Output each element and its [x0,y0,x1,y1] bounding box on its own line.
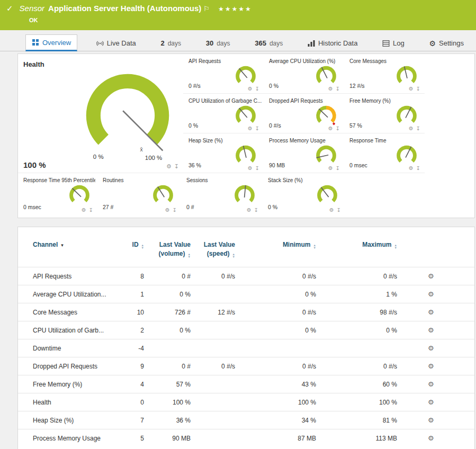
col-header-actions [397,241,474,267]
cell-last-value-speed [191,339,235,357]
tab-log[interactable]: Log [376,35,410,51]
flag-icon[interactable]: ⚐ [203,5,210,13]
gauge-pin-icon[interactable]: ↧ [336,165,340,171]
gauge-settings-icon[interactable]: ⚙ [248,165,253,171]
channel-settings-icon[interactable]: ⚙ [428,308,434,316]
cell-id: 10 [112,303,144,321]
gauge-value: 27 # [103,204,113,210]
gauge-settings-icon[interactable]: ⚙ [328,125,333,131]
cell-maximum: 113 MB [316,429,397,447]
log-icon [382,40,390,47]
cell-id: 1 [112,285,144,303]
gauge-pin-icon[interactable]: ↧ [336,86,340,92]
channel-settings-icon[interactable]: ⚙ [428,398,434,406]
gauge-pin-icon[interactable]: ↧ [337,207,341,213]
gauge-pin-icon[interactable]: ↧ [416,86,420,92]
cell-maximum: 81 % [316,411,397,429]
tab-label: days [168,40,181,47]
col-header-maximum[interactable]: Maximum▲▼ [316,241,397,267]
gauge-cell-process-memory: Process Memory Usage 90 MB ⚙↧ [264,133,344,173]
gauge-pin-icon[interactable]: ↧ [174,163,179,170]
table-row: Process Memory Usage 5 90 MB 87 MB 113 M… [18,429,474,447]
cell-last-value-speed [191,429,235,447]
gauge-settings-icon[interactable]: ⚙ [409,86,414,92]
gauge-cell-stack-size: Stack Size (%) 0 % ⚙↧ [263,173,345,214]
gauge-pin-icon[interactable]: ↧ [89,207,93,213]
gauge-settings-icon[interactable]: ⚙ [409,165,414,171]
gauge-pin-icon[interactable]: ↧ [336,125,340,131]
tab-number: 365 [255,39,266,47]
cell-last-value-volume: 57 % [144,375,191,393]
small-gauges-row2: Response Time 95th Percentile 0 msec ⚙↧ … [18,173,474,214]
cell-id: 0 [112,393,144,411]
gauge-settings-icon[interactable]: ⚙ [166,163,172,170]
channel-settings-icon[interactable]: ⚙ [428,326,434,334]
error-limit-marker [333,122,335,125]
cell-last-value-speed [191,285,235,303]
cell-channel-name: Average CPU Utilization... [18,285,112,303]
gauge-value: 0 % [268,204,277,210]
gauge-settings-icon[interactable]: ⚙ [165,207,170,213]
gauge-dial [233,102,258,128]
col-header-last-value-volume[interactable]: Last Value(volume)▲▼ [144,241,191,267]
gauge-pin-icon[interactable]: ↧ [255,165,259,171]
cell-maximum: 100 % [316,393,397,411]
channel-table-panel: Channel▾ ID▲▼ Last Value(volume)▲▼ Last … [17,227,475,449]
gauge-value: 12 #/s [349,83,365,89]
channel-settings-icon[interactable]: ⚙ [428,380,434,388]
gauge-settings-icon[interactable]: ⚙ [329,207,334,213]
cell-last-value-volume [144,339,191,357]
cell-maximum: 98 #/s [316,303,397,321]
tab-2-days[interactable]: 2 days [155,35,187,51]
channel-settings-icon[interactable]: ⚙ [428,344,434,352]
tab-30-days[interactable]: 30 days [200,35,236,51]
tab-label: Historic Data [318,39,357,47]
gauge-pin-icon[interactable]: ↧ [416,125,420,131]
gauge-settings-icon[interactable]: ⚙ [248,86,253,92]
tab-historic-data[interactable]: Historic Data [302,35,363,51]
gauge-pin-icon[interactable]: ↧ [255,125,259,131]
gauge-cell-response-time: Response Time 0 msec ⚙↧ [344,133,425,173]
gauge-settings-icon[interactable]: ⚙ [82,207,86,213]
gauge-cell-dropped-api-requests: Dropped API Requests 0 #/s ⚙↧ [264,94,344,133]
tab-settings[interactable]: ⚙ Settings [423,35,470,51]
gauge-pin-icon[interactable]: ↧ [255,86,259,92]
gauge-value: 0 msec [23,204,41,210]
table-row: CPU Utilization of Garb... 2 0 % 0 % 0 %… [18,321,474,339]
overview-icon [32,39,39,46]
col-header-last-value-speed[interactable]: Last Value(speed)▲▼ [191,241,235,267]
col-header-minimum[interactable]: Minimum▲▼ [235,241,316,267]
gauge-pin-icon[interactable]: ↧ [254,207,258,213]
tab-overview[interactable]: Overview [25,34,77,51]
gauge-settings-icon[interactable]: ⚙ [247,207,252,213]
gauge-dial-warning [313,102,339,128]
gauge-pin-icon[interactable]: ↧ [173,207,177,213]
cell-minimum: 34 % [235,411,316,429]
channel-settings-icon[interactable]: ⚙ [428,416,434,424]
col-header-id[interactable]: ID▲▼ [112,241,144,267]
gauge-value: 90 MB [269,162,285,168]
channel-settings-icon[interactable]: ⚙ [428,272,434,280]
gauge-settings-icon[interactable]: ⚙ [248,125,253,131]
cell-minimum: 43 % [235,375,316,393]
cell-last-value-speed: 0 #/s [191,357,235,375]
tab-number: 2 [160,39,164,47]
cell-maximum: 60 % [316,375,397,393]
col-header-channel[interactable]: Channel▾ [18,241,112,267]
gauge-pin-icon[interactable]: ↧ [416,165,420,171]
tab-live-data[interactable]: Live Data [91,35,142,51]
channel-settings-icon[interactable]: ⚙ [428,290,434,298]
priority-stars[interactable]: ★★★★★ [218,5,252,13]
tab-label: Overview [42,39,71,47]
gauge-settings-icon[interactable]: ⚙ [409,125,414,131]
table-row: Health 0 100 % 100 % 100 % ⚙ [18,393,474,411]
gauge-dial [232,182,257,207]
gauge-settings-icon[interactable]: ⚙ [328,165,333,171]
channel-settings-icon[interactable]: ⚙ [428,434,434,442]
cell-channel-name: CPU Utilization of Garb... [18,321,112,339]
channel-settings-icon[interactable]: ⚙ [428,362,434,370]
gauge-settings-icon[interactable]: ⚙ [328,86,333,92]
tab-365-days[interactable]: 365 days [249,35,289,51]
gauge-dial [233,142,258,167]
cell-maximum: 0 #/s [316,357,397,375]
